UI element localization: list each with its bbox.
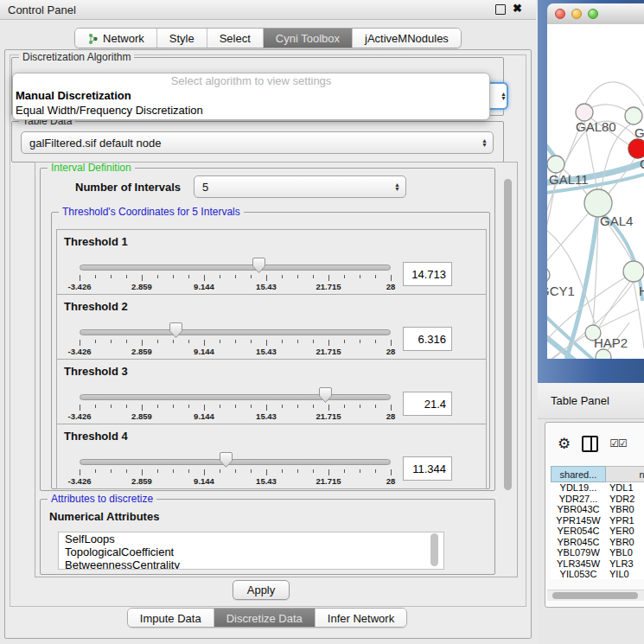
thresholds-group-title: Threshold's Coordinates for 5 Intervals: [59, 206, 244, 218]
control-panel: Control Panel ✖ NetworkStyleSelectCyni T…: [0, 0, 536, 644]
threshold-value-field[interactable]: [403, 456, 452, 481]
float-window-icon[interactable]: [495, 4, 506, 15]
table-cell-shared-name: YER054C: [551, 526, 606, 537]
slider-tick-label: 2.859: [131, 282, 152, 291]
network-node-label: GAL80: [576, 119, 616, 134]
slider-tick-label: -3.426: [68, 476, 92, 486]
table-cell-name: YBR0: [606, 504, 644, 515]
slider-tick-label: 28: [386, 411, 396, 421]
column-header-name[interactable]: na: [606, 466, 644, 482]
numerical-attributes-label: Numerical Attributes: [49, 510, 159, 523]
network-node-label: GAL11: [549, 172, 589, 187]
table-cell-shared-name: YBR045C: [551, 537, 606, 548]
tab-style[interactable]: Style: [157, 29, 207, 48]
discretization-algorithm-group-title: Discretization Algorithm: [19, 51, 134, 63]
interval-definition-title: Interval Definition: [48, 162, 135, 174]
interval-definition-group: Interval Definition Number of Intervals …: [40, 168, 495, 491]
threshold-slider-track[interactable]: [80, 265, 391, 271]
network-node[interactable]: [596, 349, 611, 359]
zoom-traffic-light-icon[interactable]: [588, 9, 598, 19]
combo-arrows-icon: ▲▼: [476, 138, 488, 147]
apply-button[interactable]: Apply: [233, 580, 290, 600]
threshold-slider-track[interactable]: [80, 329, 391, 335]
algorithm-dropdown-popup: Select algorithm to view settings Manual…: [12, 73, 490, 120]
table-row[interactable]: YER054CYER0: [551, 526, 644, 537]
gear-icon[interactable]: ⚙: [558, 437, 571, 451]
bottom-tab-impute-data[interactable]: Impute Data: [128, 609, 214, 628]
attribute-list-item[interactable]: TopologicalCoefficient: [59, 545, 443, 558]
threshold-value-field[interactable]: [403, 392, 452, 416]
top-tab-bar: NetworkStyleSelectCyni ToolboxjActiveMNo…: [0, 28, 536, 48]
threshold-slider-thumb[interactable]: [219, 451, 233, 469]
network-node[interactable]: [623, 261, 644, 282]
bottom-tab-infer-network[interactable]: Infer Network: [316, 609, 406, 628]
algorithm-option-manual[interactable]: Manual Discretization: [13, 88, 489, 103]
split-columns-icon[interactable]: [582, 436, 598, 452]
network-node[interactable]: [547, 156, 564, 173]
tab-cyni-toolbox[interactable]: Cyni Toolbox: [264, 29, 353, 48]
table-row[interactable]: YIL053CYIL0: [551, 569, 644, 579]
algorithm-option-equal-width[interactable]: Equal Width/Frequency Discretization: [13, 103, 489, 118]
table-row[interactable]: YDR27...YDR2: [551, 494, 644, 505]
number-of-intervals-select[interactable]: 5 ▲▼: [194, 175, 406, 198]
select-columns-icon[interactable]: ☑☑: [609, 437, 627, 450]
attributes-group-title: Attributes to discretize: [48, 493, 156, 505]
attributes-group: Attributes to discretize Numerical Attri…: [40, 499, 495, 575]
network-node-label: GA: [634, 125, 644, 140]
slider-tick-label: 2.859: [131, 411, 152, 421]
settings-vertical-scrollbar[interactable]: [504, 179, 512, 490]
table-row[interactable]: YBR045CYBR0: [551, 537, 644, 548]
slider-tick-label: 28: [386, 347, 396, 356]
table-data-select[interactable]: galFiltered.sif default node ▲▼: [21, 131, 494, 154]
table-row[interactable]: YBL079WYBL0: [551, 547, 644, 558]
slider-tick-labels: -3.4262.8599.14415.4321.71528: [80, 476, 392, 487]
numerical-attributes-list[interactable]: SelfLoopsTopologicalCoefficientBetweenne…: [58, 532, 444, 570]
bottom-tab-discretize-data[interactable]: Discretize Data: [214, 609, 316, 628]
network-node-selected[interactable]: [628, 139, 644, 158]
threshold-value-field[interactable]: [403, 262, 452, 286]
network-node-label: HAP2: [594, 335, 628, 350]
attribute-list-item[interactable]: BetweennessCentrality: [59, 558, 443, 570]
threshold-value-field[interactable]: [403, 327, 452, 351]
slider-tick-label: 21.715: [316, 282, 341, 291]
threshold-slider-track[interactable]: [80, 459, 391, 465]
network-node-label: C: [640, 156, 644, 171]
attribute-list-item[interactable]: SelfLoops: [59, 532, 443, 545]
close-traffic-light-icon[interactable]: [555, 9, 565, 19]
slider-tick-labels: -3.4262.8599.14415.4321.71528: [80, 347, 392, 357]
table-row[interactable]: YDL19...YDL1: [551, 482, 644, 494]
column-header-shared-name[interactable]: shared...: [551, 466, 606, 482]
table-data-selected-value: galFiltered.sif default node: [29, 137, 161, 150]
table-row[interactable]: YPR145WYPR1: [551, 515, 644, 526]
table-cell-name: YDL1: [606, 482, 644, 494]
slider-tick-label: 9.144: [194, 411, 214, 421]
network-node-label: GCY1: [547, 284, 575, 298]
table-row[interactable]: YBR043CYBR0: [551, 504, 644, 515]
threshold-slider-thumb[interactable]: [318, 386, 333, 404]
slider-tick-label: -3.426: [68, 282, 92, 291]
threshold-slider-thumb[interactable]: [252, 257, 266, 274]
network-node[interactable]: [547, 267, 550, 283]
network-node[interactable]: [625, 107, 642, 124]
slider-tick-label: 15.43: [256, 347, 277, 356]
network-node[interactable]: [576, 104, 593, 121]
threshold-slider-thumb[interactable]: [169, 322, 183, 339]
tab-jactivemnodules[interactable]: jActiveMNodules: [353, 29, 461, 48]
table-cell-shared-name: YBL079W: [551, 547, 606, 558]
algorithm-popup-header: Select algorithm to view settings: [13, 73, 489, 88]
network-canvas[interactable]: GAL80GAGAL11CGAL4GCY1HHAP2: [547, 24, 644, 359]
table-cell-name: YER0: [606, 526, 644, 537]
minimize-traffic-light-icon[interactable]: [571, 9, 582, 19]
slider-tick-label: 9.144: [194, 347, 214, 356]
tab-select-label: Select: [220, 32, 251, 45]
table-cell-shared-name: YDR27...: [551, 494, 606, 505]
table-horizontal-scrollbar[interactable]: [552, 592, 638, 599]
tab-network[interactable]: Network: [75, 29, 157, 48]
close-icon[interactable]: ✖: [513, 2, 522, 15]
table-cell-shared-name: YIL053C: [551, 569, 606, 579]
table-cell-name: YPR1: [606, 515, 644, 526]
table-row[interactable]: YLR345WYLR3: [551, 558, 644, 570]
tab-select[interactable]: Select: [207, 29, 264, 48]
threshold-slider-track[interactable]: [80, 394, 391, 400]
attributes-list-scrollbar[interactable]: [430, 533, 438, 566]
